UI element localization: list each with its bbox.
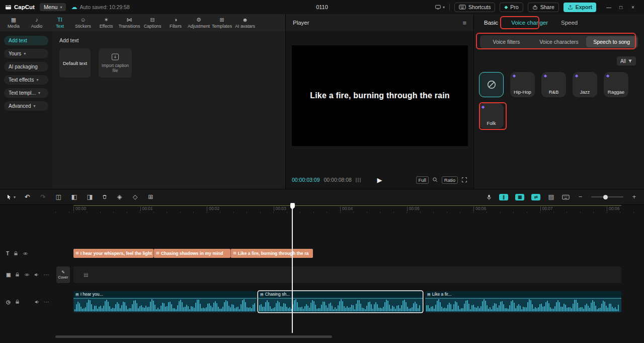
- pro-button[interactable]: ◆ Pro: [500, 3, 523, 12]
- menu-label: Menu: [44, 4, 58, 10]
- tab-audio[interactable]: ♪Audio: [25, 17, 48, 29]
- speaker-icon[interactable]: [34, 299, 40, 305]
- export-button[interactable]: Export: [564, 3, 596, 12]
- sidebar-item-advanced[interactable]: Advanced▾: [4, 101, 48, 111]
- gain-line[interactable]: [258, 298, 423, 299]
- tab-transitions[interactable]: ⋈Transitions: [118, 17, 141, 29]
- zoom-out-icon[interactable]: −: [577, 193, 584, 200]
- playhead[interactable]: [290, 203, 295, 333]
- lock-icon[interactable]: [13, 251, 19, 256]
- gain-line[interactable]: [73, 298, 257, 299]
- shortcut-keyboard-icon[interactable]: [562, 194, 570, 200]
- tab-stickers[interactable]: ☺Stickers: [71, 17, 95, 29]
- linked-selection-icon[interactable]: ⇄: [531, 194, 540, 200]
- full-button[interactable]: Full: [416, 176, 429, 184]
- text-clip[interactable]: ⊞ Like a fire, burning through the ra: [230, 249, 313, 258]
- close-button[interactable]: ×: [627, 5, 639, 10]
- delete-icon[interactable]: [102, 194, 108, 200]
- player-menu-icon[interactable]: ≡: [462, 19, 466, 27]
- horizontal-scrollbar[interactable]: [55, 335, 332, 338]
- tab-basic[interactable]: Basic: [484, 20, 498, 26]
- chevron-down-icon: ▾: [443, 5, 445, 10]
- sidebar-item-text-effects[interactable]: Text effects▾: [4, 75, 48, 85]
- text-clip[interactable]: ⊞ I hear your whispers, feel the light: [73, 249, 153, 258]
- shortcuts-button[interactable]: Shortcuts: [454, 3, 495, 12]
- delete-left-icon[interactable]: ◧: [70, 193, 78, 200]
- playhead-head[interactable]: [290, 203, 295, 208]
- record-voiceover-icon[interactable]: [486, 194, 492, 200]
- select-tool-button[interactable]: ▾: [6, 194, 16, 200]
- filter-all-button[interactable]: All: [617, 56, 636, 65]
- more-options-icon[interactable]: ⋯: [44, 299, 49, 305]
- more-options-icon[interactable]: ⋯: [43, 271, 48, 278]
- text-clip[interactable]: ⊞ Chasing shadows in my mind: [153, 249, 230, 258]
- titlebar: CapCut Menu ▾ ☁ Auto saved: 10:29:58 011…: [0, 0, 644, 14]
- timeline-zoom-slider[interactable]: [591, 196, 623, 197]
- zoom-slider-knob[interactable]: [603, 195, 608, 199]
- mask-icon[interactable]: ◈: [116, 193, 123, 200]
- voice-card-jazz[interactable]: ◆ Jazz: [573, 72, 597, 97]
- autosave-status: ☁ Auto saved: 10:29:58: [71, 4, 129, 10]
- maximize-button[interactable]: □: [615, 5, 627, 10]
- fullscreen-icon[interactable]: [461, 177, 467, 183]
- zoom-in-icon[interactable]: +: [630, 193, 638, 200]
- tab-captions[interactable]: ⊟Captions: [141, 17, 164, 29]
- magnetic-timeline-icon[interactable]: ∥: [499, 194, 508, 200]
- auto-align-icon[interactable]: ▦: [515, 194, 524, 200]
- delete-right-icon[interactable]: ◨: [86, 193, 94, 200]
- ratio-button[interactable]: Ratio: [442, 176, 458, 184]
- workspace-layout-button[interactable]: ▾: [435, 4, 445, 10]
- audio-clip-selected[interactable]: ▤ Chasing sh...: [258, 291, 423, 312]
- tab-effects[interactable]: ✶Effects: [95, 17, 118, 29]
- zoom-preview-icon[interactable]: [432, 177, 438, 183]
- split-icon[interactable]: ◫: [55, 193, 62, 200]
- play-button[interactable]: ▶: [377, 176, 382, 184]
- default-text-card[interactable]: Default text: [59, 48, 91, 78]
- caption-box-icon[interactable]: ⊞: [147, 193, 154, 200]
- tab-voice-changer[interactable]: Voice changer: [511, 20, 548, 26]
- tab-media[interactable]: ▦Media: [2, 17, 25, 29]
- lock-icon[interactable]: [15, 299, 20, 305]
- cloud-saved-icon: ☁: [71, 4, 77, 10]
- voice-card-rnb[interactable]: ◆ R&B: [541, 72, 566, 97]
- tab-speed[interactable]: Speed: [561, 20, 578, 26]
- audio-clip[interactable]: ▤ I hear you...: [73, 291, 257, 312]
- tab-text[interactable]: TIText: [48, 17, 71, 29]
- audio-clip[interactable]: ▤ Like a fir...: [425, 291, 621, 312]
- voice-none-card[interactable]: [479, 72, 504, 97]
- sidebar-item-yours[interactable]: Yours▾: [4, 49, 48, 58]
- sidebar-item-ai-packaging[interactable]: AI packaging: [4, 62, 48, 72]
- sidebar-item-add-text[interactable]: Add text: [4, 36, 48, 45]
- voice-card-hiphop[interactable]: ◆ Hip-Hop: [510, 72, 535, 97]
- timeline-ruler[interactable]: 00:0000:0100:0200:0300:0400:0500:0600:07…: [53, 205, 644, 213]
- import-file-icon: [111, 53, 120, 61]
- sidebar-item-text-templates[interactable]: Text templ...▾: [4, 88, 48, 98]
- cover-button[interactable]: ✎ Cover: [56, 266, 70, 283]
- lock-icon[interactable]: [15, 272, 20, 278]
- minimize-button[interactable]: —: [603, 5, 615, 10]
- tab-adjustment[interactable]: ⚙Adjustment: [187, 17, 210, 29]
- tab-templates[interactable]: ⊞Templates: [210, 17, 233, 29]
- tab-filters[interactable]: ◑Filters: [164, 17, 187, 29]
- tab-ai-avatars[interactable]: ☻AI avatars: [233, 17, 257, 29]
- undo-icon[interactable]: ↶: [24, 193, 31, 200]
- segment-voice-filters[interactable]: Voice filters: [481, 36, 532, 47]
- gain-line[interactable]: [425, 298, 621, 299]
- shield-icon[interactable]: ◇: [131, 193, 139, 200]
- redo-icon[interactable]: ↷: [39, 193, 47, 200]
- share-button[interactable]: Share: [528, 3, 559, 12]
- menu-button[interactable]: Menu ▾: [40, 3, 66, 11]
- segment-speech-to-song[interactable]: Speech to song: [586, 36, 637, 47]
- eye-icon[interactable]: [24, 272, 30, 278]
- eye-icon[interactable]: [23, 251, 28, 256]
- pro-gem-icon: ◆: [504, 5, 508, 10]
- segment-voice-characters[interactable]: Voice characters: [534, 36, 585, 47]
- voice-card-raggae[interactable]: ◆ Raggae: [604, 72, 628, 97]
- adjust-tracks-icon[interactable]: ▤: [547, 193, 555, 200]
- voice-card-folk[interactable]: ◆ Folk: [479, 103, 504, 128]
- frame-grid-icon[interactable]: [356, 178, 361, 182]
- video-clip[interactable]: ▤: [73, 266, 621, 283]
- video-preview[interactable]: Like a fire, burning through the rain: [292, 45, 468, 146]
- import-caption-card[interactable]: Import caption file: [99, 48, 132, 78]
- speaker-icon[interactable]: [34, 272, 39, 278]
